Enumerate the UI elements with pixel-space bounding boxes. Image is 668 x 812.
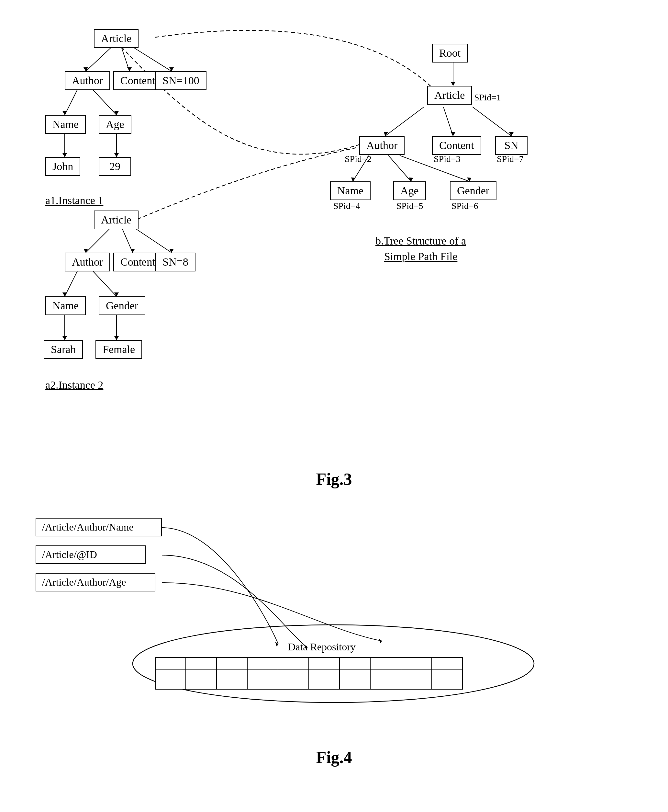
node-author-right: Author	[359, 136, 404, 155]
svg-line-32	[443, 107, 453, 136]
cell-row-8	[371, 657, 401, 670]
cell-row-10	[432, 657, 463, 670]
instance1-label: a1.Instance 1	[45, 194, 103, 207]
fig4-arrows	[26, 508, 642, 735]
svg-marker-25	[114, 293, 119, 296]
path-box-2: /Article/@ID	[36, 546, 145, 564]
node-name1: Name	[45, 115, 86, 134]
svg-line-18	[92, 270, 117, 296]
instance2-label: a2.Instance 2	[45, 379, 103, 391]
svg-marker-48	[379, 638, 382, 643]
node-content1: Content	[113, 71, 162, 90]
svg-marker-37	[351, 177, 356, 181]
fig4-diagram: /Article/Author/Name /Article/@ID /Artic…	[26, 508, 642, 735]
svg-marker-39	[409, 177, 413, 181]
svg-marker-12	[62, 153, 67, 157]
svg-marker-21	[84, 249, 88, 253]
svg-line-3	[65, 89, 78, 115]
spid1-label: SPid=1	[474, 92, 501, 103]
cell-row-2	[186, 657, 217, 670]
node-sn100: SN=100	[155, 71, 207, 90]
svg-marker-23	[169, 249, 174, 253]
svg-line-0	[86, 47, 112, 71]
spid7-label: SPid=7	[497, 154, 524, 164]
repo-label: Data Repository	[288, 641, 356, 653]
svg-line-34	[473, 107, 511, 136]
svg-marker-27	[114, 336, 119, 340]
svg-marker-10	[62, 111, 67, 115]
svg-marker-26	[62, 336, 67, 340]
path-box-3: /Article/Author/Age	[36, 573, 155, 591]
svg-marker-31	[384, 132, 388, 136]
spid5-label: SPid=5	[396, 201, 423, 211]
svg-line-16	[133, 227, 172, 253]
svg-marker-41	[467, 177, 471, 181]
cell-row-9	[401, 657, 432, 670]
cell-row-3	[217, 657, 247, 670]
node-name2: Name	[45, 296, 86, 315]
node-root: Root	[432, 44, 468, 62]
svg-marker-8	[127, 67, 132, 71]
svg-marker-33	[451, 132, 455, 136]
node-name-right: Name	[330, 181, 371, 200]
node-article2: Article	[94, 211, 139, 229]
node-age-right: Age	[393, 181, 426, 200]
svg-line-4	[92, 89, 117, 115]
fig3-diagram: Article Author Content SN=100 Name Age J…	[26, 19, 642, 457]
node-author2: Author	[65, 253, 110, 271]
svg-marker-22	[130, 249, 135, 253]
svg-line-30	[385, 107, 424, 136]
svg-marker-13	[114, 153, 119, 157]
node-age1: Age	[99, 115, 131, 134]
svg-line-2	[133, 47, 172, 71]
node-article1: Article	[94, 29, 139, 48]
cell-row-4	[247, 657, 278, 670]
node-sn-right: SN	[495, 136, 528, 155]
svg-marker-35	[509, 132, 514, 136]
spid2-label: SPid=2	[345, 154, 372, 164]
node-gender-right: Gender	[450, 181, 496, 200]
path-box-1: /Article/Author/Name	[36, 518, 162, 536]
spid6-label: SPid=6	[451, 201, 478, 211]
svg-marker-24	[62, 293, 67, 296]
svg-line-15	[121, 227, 133, 253]
node-author1: Author	[65, 71, 110, 90]
node-sarah: Sarah	[44, 340, 83, 359]
node-sn8: SN=8	[155, 253, 195, 271]
cell-row-1	[155, 657, 186, 670]
cell-row-6	[309, 657, 340, 670]
node-content2: Content	[113, 253, 162, 271]
fig3-caption: Fig.3	[26, 470, 642, 489]
spid4-label: SPid=4	[333, 201, 360, 211]
svg-line-14	[86, 227, 112, 253]
node-content-right: Content	[432, 136, 481, 155]
node-john: John	[45, 157, 80, 176]
node-gender2: Gender	[99, 296, 145, 315]
page: Article Author Content SN=100 Name Age J…	[0, 0, 668, 806]
tree-structure-label: b.Tree Structure of a Simple Path File	[366, 233, 476, 264]
svg-line-1	[121, 47, 129, 71]
svg-marker-29	[451, 82, 455, 86]
node-article-right: Article	[427, 86, 472, 105]
svg-marker-7	[84, 67, 88, 71]
node-female: Female	[95, 340, 142, 359]
cell-row-5	[278, 657, 309, 670]
svg-marker-11	[114, 111, 119, 115]
cell-row-7	[340, 657, 371, 670]
svg-line-17	[65, 270, 78, 296]
svg-marker-46	[275, 642, 278, 646]
spid3-label: SPid=3	[434, 154, 461, 164]
node-29: 29	[99, 157, 131, 176]
svg-marker-9	[169, 67, 174, 71]
svg-line-38	[388, 156, 411, 181]
fig4-caption: Fig.4	[26, 748, 642, 767]
